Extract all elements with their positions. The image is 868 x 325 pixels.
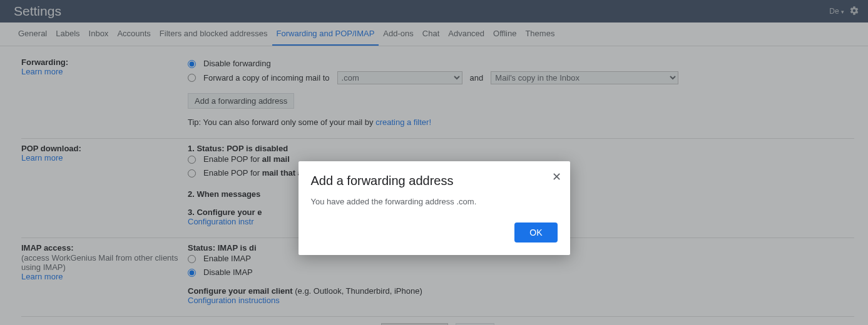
modal-title: Add a forwarding address — [311, 174, 558, 188]
ok-button[interactable]: OK — [514, 222, 557, 242]
modal-body: You have added the forwarding address .c… — [311, 197, 558, 206]
add-forwarding-modal: ✕ Add a forwarding address You have adde… — [299, 161, 570, 255]
modal-overlay: ✕ Add a forwarding address You have adde… — [0, 0, 868, 325]
close-icon[interactable]: ✕ — [552, 170, 561, 184]
